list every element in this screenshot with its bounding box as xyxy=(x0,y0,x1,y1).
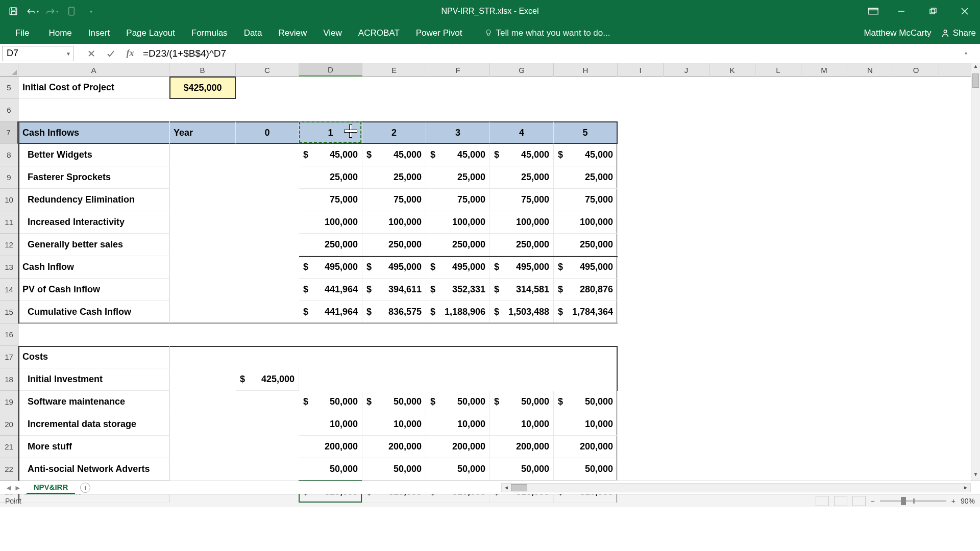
row-header-9[interactable]: 9 xyxy=(0,166,18,189)
tab-file[interactable]: File xyxy=(4,23,40,43)
value-E19[interactable]: $50,000 xyxy=(362,391,426,413)
label-18[interactable]: Initial Investment xyxy=(18,368,169,391)
row-header-14[interactable]: 14 xyxy=(0,279,18,301)
value-F22[interactable]: 50,000 xyxy=(426,458,490,481)
value-H13[interactable]: $495,000 xyxy=(554,256,618,279)
new-sheet-button[interactable]: + xyxy=(80,483,90,493)
tell-me-search[interactable]: Tell me what you want to do... xyxy=(470,28,610,38)
label-8[interactable]: Better Widgets xyxy=(18,144,169,166)
col-header-C[interactable]: C xyxy=(236,63,299,77)
tab-power-pivot[interactable]: Power Pivot xyxy=(408,23,471,43)
row-header-7[interactable]: 7 xyxy=(0,121,18,144)
value-D19[interactable]: $50,000 xyxy=(299,391,362,413)
fx-icon[interactable]: fx xyxy=(125,48,136,59)
value-G13[interactable]: $495,000 xyxy=(490,256,554,279)
col-header-H[interactable]: H xyxy=(554,63,618,77)
value-E10[interactable]: 75,000 xyxy=(362,189,426,211)
label-21[interactable]: More stuff xyxy=(18,436,169,458)
tab-page-layout[interactable]: Page Layout xyxy=(118,23,183,43)
hscroll-thumb[interactable] xyxy=(511,484,527,491)
row-header-17[interactable]: 17 xyxy=(0,346,18,368)
value-H8[interactable]: $45,000 xyxy=(554,144,618,166)
value-E12[interactable]: 250,000 xyxy=(362,234,426,256)
value-F21[interactable]: 200,000 xyxy=(426,436,490,458)
label-17[interactable]: Costs xyxy=(18,346,169,368)
year-header-H[interactable]: 5 xyxy=(554,121,618,144)
tab-acrobat[interactable]: ACROBAT xyxy=(350,23,408,43)
page-break-view-icon[interactable] xyxy=(852,496,866,506)
formula-input[interactable]: =D23/(1+$B$4)^D7 xyxy=(143,46,965,61)
value-G9[interactable]: 25,000 xyxy=(490,166,554,189)
row-header-21[interactable]: 21 xyxy=(0,436,18,458)
value-H14[interactable]: $280,876 xyxy=(554,279,618,301)
value-F8[interactable]: $45,000 xyxy=(426,144,490,166)
value-D15[interactable]: $441,964 xyxy=(299,301,362,323)
year-header-A[interactable]: Cash Inflows xyxy=(18,121,169,144)
redo-icon[interactable]: ▾ xyxy=(46,5,58,17)
label-12[interactable]: Generally better sales xyxy=(18,234,169,256)
value-F11[interactable]: 100,000 xyxy=(426,211,490,234)
value-G21[interactable]: 200,000 xyxy=(490,436,554,458)
year-header-C[interactable]: 0 xyxy=(236,121,299,144)
undo-icon[interactable]: ▾ xyxy=(27,5,39,17)
spreadsheet-grid[interactable]: ABCDEFGHIJKLMNO 567891011121314151617181… xyxy=(0,63,980,481)
label-13[interactable]: Cash Inflow xyxy=(18,256,169,279)
value-F20[interactable]: 10,000 xyxy=(426,413,490,436)
row-header-13[interactable]: 13 xyxy=(0,256,18,279)
row-header-22[interactable]: 22 xyxy=(0,458,18,481)
value-F9[interactable]: 25,000 xyxy=(426,166,490,189)
scroll-right-icon[interactable]: ► xyxy=(961,485,970,490)
label-20[interactable]: Incremental data storage xyxy=(18,413,169,436)
value-F19[interactable]: $50,000 xyxy=(426,391,490,413)
row-header-20[interactable]: 20 xyxy=(0,413,18,436)
row-header-6[interactable]: 6 xyxy=(0,99,18,121)
value-E9[interactable]: 25,000 xyxy=(362,166,426,189)
year-header-B[interactable]: Year xyxy=(169,121,236,144)
minimize-icon[interactable] xyxy=(886,0,917,22)
label-10[interactable]: Redundency Elimination xyxy=(18,189,169,211)
row-header-18[interactable]: 18 xyxy=(0,368,18,391)
col-header-D[interactable]: D xyxy=(299,63,362,77)
value-H10[interactable]: 75,000 xyxy=(554,189,618,211)
tab-formulas[interactable]: Formulas xyxy=(183,23,236,43)
value-E13[interactable]: $495,000 xyxy=(362,256,426,279)
cancel-formula-icon[interactable] xyxy=(86,48,97,59)
value-H22[interactable]: 50,000 xyxy=(554,458,618,481)
col-header-M[interactable]: M xyxy=(801,63,847,77)
value-E11[interactable]: 100,000 xyxy=(362,211,426,234)
value-F12[interactable]: 250,000 xyxy=(426,234,490,256)
row-header-5[interactable]: 5 xyxy=(0,77,18,99)
row-header-11[interactable]: 11 xyxy=(0,211,18,234)
tab-insert[interactable]: Insert xyxy=(80,23,118,43)
row-header-15[interactable]: 15 xyxy=(0,301,18,323)
value-D14[interactable]: $441,964 xyxy=(299,279,362,301)
year-header-D[interactable]: 1 xyxy=(299,121,362,144)
user-name[interactable]: Matthew McCarty xyxy=(864,28,931,38)
chevron-down-icon[interactable]: ▼ xyxy=(66,51,71,56)
expand-formula-bar-icon[interactable]: ▾ xyxy=(965,51,977,56)
value-E22[interactable]: 50,000 xyxy=(362,458,426,481)
value-G10[interactable]: 75,000 xyxy=(490,189,554,211)
value-G20[interactable]: 10,000 xyxy=(490,413,554,436)
vertical-scrollbar[interactable]: ▲ ▼ xyxy=(971,63,980,481)
tab-home[interactable]: Home xyxy=(40,23,80,43)
tab-view[interactable]: View xyxy=(315,23,350,43)
value-D13[interactable]: $495,000 xyxy=(299,256,362,279)
value-E15[interactable]: $836,575 xyxy=(362,301,426,323)
value-D20[interactable]: 10,000 xyxy=(299,413,362,436)
row-header-19[interactable]: 19 xyxy=(0,391,18,413)
value-D21[interactable]: 200,000 xyxy=(299,436,362,458)
value-G12[interactable]: 250,000 xyxy=(490,234,554,256)
value-E8[interactable]: $45,000 xyxy=(362,144,426,166)
label-9[interactable]: Fasterer Sprockets xyxy=(18,166,169,189)
value-G19[interactable]: $50,000 xyxy=(490,391,554,413)
row-header-12[interactable]: 12 xyxy=(0,234,18,256)
value-F10[interactable]: 75,000 xyxy=(426,189,490,211)
value-D8[interactable]: $45,000 xyxy=(299,144,362,166)
value-G15[interactable]: $1,503,488 xyxy=(490,301,554,323)
vscroll-thumb[interactable] xyxy=(972,73,979,88)
value-D11[interactable]: 100,000 xyxy=(299,211,362,234)
value-D22[interactable]: 50,000 xyxy=(299,458,362,481)
col-header-J[interactable]: J xyxy=(664,63,709,77)
qat-customize-icon[interactable]: ▾ xyxy=(85,5,97,17)
